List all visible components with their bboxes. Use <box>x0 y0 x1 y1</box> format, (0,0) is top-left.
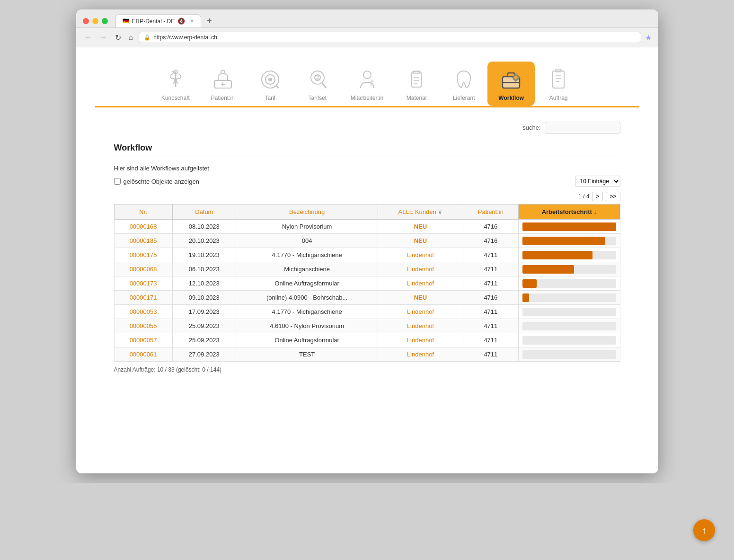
svg-point-25 <box>514 76 518 80</box>
nav-item-lieferant[interactable]: Lieferant <box>440 62 487 106</box>
forward-button[interactable]: → <box>98 32 109 43</box>
back-button[interactable]: ← <box>83 32 94 43</box>
table-row: 0000006127.09.2023TESTLindenhof4711 <box>114 347 620 362</box>
nav-icons: Kundschaft Patient:in <box>76 57 658 106</box>
nav-item-kundschaft[interactable]: Kundschaft <box>152 62 199 106</box>
workflow-table: Nr. Datum Bezeichnung ALLE Kunden ∨ Pati… <box>114 204 620 362</box>
cell-datum: 20.10.2023 <box>172 234 236 248</box>
tab-close-icon[interactable]: ✕ <box>190 18 194 24</box>
cell-datum: 27.09.2023 <box>172 347 236 362</box>
cell-progress <box>519 333 620 347</box>
nav-item-mitarbeiter[interactable]: Mitarbeiter:in <box>341 62 393 106</box>
table-header-row: Nr. Datum Bezeichnung ALLE Kunden ∨ Pati… <box>114 204 620 220</box>
cell-datum: 25.09.2023 <box>172 319 236 333</box>
maximize-button[interactable] <box>102 18 108 24</box>
col-kunden[interactable]: ALLE Kunden ∨ <box>378 204 463 220</box>
nav-item-auftrag[interactable]: Auftrag <box>535 62 582 106</box>
table-row: 0000005525.09.20234.6100 - Nylon Proviso… <box>114 319 620 333</box>
cell-progress <box>519 248 620 262</box>
cell-progress <box>519 291 620 305</box>
browser-toolbar: ← → ↻ ⌂ 🔒 https://www.erp-dental.ch ★ <box>76 28 658 47</box>
page-next-button[interactable]: > <box>592 192 603 201</box>
table-row: 0000017519.10.20234.1770 - Michiganschie… <box>114 248 620 262</box>
svg-rect-30 <box>553 71 564 88</box>
page-last-button[interactable]: >> <box>606 192 620 201</box>
page-info: 1 / 4 <box>578 193 589 200</box>
entries-select[interactable]: 10 Einträge <box>575 176 620 187</box>
cell-kunden[interactable]: NEU <box>378 234 463 248</box>
table-row: 0000016808.10.2023Nylon ProvisoriumNEU47… <box>114 220 620 234</box>
cell-nr[interactable]: 00000173 <box>114 276 172 291</box>
auftrag-icon <box>546 67 571 92</box>
cell-patient: 4711 <box>463 347 518 362</box>
nav-item-tarif[interactable]: Tarif <box>247 62 294 106</box>
minimize-button[interactable] <box>92 18 98 24</box>
address-bar[interactable]: 🔒 https://www.erp-dental.ch <box>139 32 641 43</box>
cell-bezeichnung: 4.6100 - Nylon Provisorium <box>236 319 378 333</box>
svg-point-3 <box>221 70 225 74</box>
cell-nr[interactable]: 00000057 <box>114 333 172 347</box>
svg-rect-17 <box>412 72 421 87</box>
pagination-controls: 10 Einträge <box>575 176 620 187</box>
cell-kunden[interactable]: Lindenhof <box>378 347 463 362</box>
browser-titlebar: 🇩🇪 ERP-Dental - DE 🔇 ✕ + <box>76 9 658 28</box>
cell-bezeichnung: Online Auftragsformular <box>236 276 378 291</box>
cell-progress <box>519 276 620 291</box>
cell-datum: 17.09.2023 <box>172 305 236 319</box>
cell-progress <box>519 319 620 333</box>
svg-point-13 <box>316 74 319 77</box>
table-row: 0000005725.09.2023Online Auftragsformula… <box>114 333 620 347</box>
nav-item-tarifset[interactable]: Tarifset <box>294 62 341 106</box>
nav-label-patient: Patient:in <box>211 95 235 101</box>
close-button[interactable] <box>83 18 89 24</box>
svg-rect-27 <box>515 80 516 82</box>
cell-kunden[interactable]: Lindenhof <box>378 319 463 333</box>
table-body: 0000016808.10.2023Nylon ProvisoriumNEU47… <box>114 220 620 362</box>
home-button[interactable]: ⌂ <box>127 32 135 43</box>
cell-nr[interactable]: 00000175 <box>114 248 172 262</box>
cell-bezeichnung: Nylon Provisorium <box>236 220 378 234</box>
reload-button[interactable]: ↻ <box>113 32 123 43</box>
cell-nr[interactable]: 00000068 <box>114 262 172 276</box>
nav-label-tarifset: Tarifset <box>309 95 327 101</box>
cell-nr[interactable]: 00000168 <box>114 220 172 234</box>
nav-item-workflow[interactable]: Workflow <box>487 62 535 106</box>
lock-icon: 🔒 <box>144 35 150 41</box>
bookmark-icon[interactable]: ★ <box>645 33 652 42</box>
cell-kunden[interactable]: Lindenhof <box>378 333 463 347</box>
workflow-icon <box>499 67 523 92</box>
cell-kunden[interactable]: NEU <box>378 220 463 234</box>
cell-kunden[interactable]: NEU <box>378 291 463 305</box>
cell-patient: 4716 <box>463 234 518 248</box>
cell-kunden[interactable]: Lindenhof <box>378 305 463 319</box>
filter-left: gelöschte Objekte anzeigen <box>114 178 199 185</box>
active-tab[interactable]: 🇩🇪 ERP-Dental - DE 🔇 ✕ <box>115 14 202 27</box>
cell-nr[interactable]: 00000185 <box>114 234 172 248</box>
cell-kunden[interactable]: Lindenhof <box>378 248 463 262</box>
cell-nr[interactable]: 00000171 <box>114 291 172 305</box>
svg-point-15 <box>371 80 373 83</box>
nav-label-auftrag: Auftrag <box>549 95 568 101</box>
cell-kunden[interactable]: Lindenhof <box>378 276 463 291</box>
page-title: Workflow <box>114 143 620 153</box>
cell-nr[interactable]: 00000055 <box>114 319 172 333</box>
cell-bezeichnung: TEST <box>236 347 378 362</box>
new-tab-button[interactable]: + <box>203 15 216 27</box>
nav-item-material[interactable]: Material <box>393 62 440 106</box>
nav-label-kundschaft: Kundschaft <box>161 95 190 101</box>
search-input[interactable] <box>545 122 620 133</box>
nav-label-tarif: Tarif <box>265 95 276 101</box>
deleted-checkbox[interactable] <box>114 178 121 185</box>
cell-progress <box>519 220 620 234</box>
cell-patient: 4711 <box>463 305 518 319</box>
audio-icon[interactable]: 🔇 <box>177 18 185 25</box>
cell-nr[interactable]: 00000061 <box>114 347 172 362</box>
col-patient: Patient:in <box>463 204 518 220</box>
cell-bezeichnung: Michiganschiene <box>236 262 378 276</box>
cell-kunden[interactable]: Lindenhof <box>378 262 463 276</box>
list-description: Hier sind alle Workflows aufgelistet: <box>114 165 620 172</box>
browser-window: 🇩🇪 ERP-Dental - DE 🔇 ✕ + ← → ↻ ⌂ 🔒 https… <box>76 9 658 473</box>
cell-nr[interactable]: 00000053 <box>114 305 172 319</box>
table-footer: Anzahl Aufträge: 10 / 33 (gelöscht: 0 / … <box>114 366 620 373</box>
nav-item-patient[interactable]: Patient:in <box>199 62 247 106</box>
